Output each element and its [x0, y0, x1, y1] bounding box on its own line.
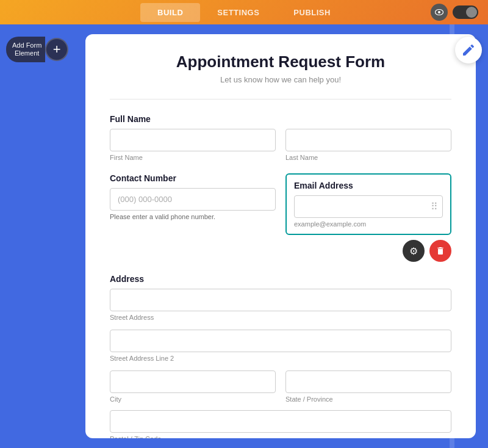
contact-validation-message: Please enter a valid phone number. [110, 213, 215, 220]
city-col: City [110, 370, 276, 403]
street-address-2-sublabel: Street Address Line 2 [110, 355, 174, 362]
city-state-row: City State / Province [110, 370, 451, 403]
email-label: Email Address [294, 181, 443, 190]
contact-number-label: Contact Number [110, 173, 276, 183]
street-address-2-field: Street Address Line 2 [110, 330, 451, 363]
nav-tabs: BUILD SETTINGS PUBLISH [140, 3, 348, 22]
full-name-label: Full Name [110, 114, 451, 124]
state-input[interactable] [285, 370, 451, 393]
email-input-wrapper: ⠿ [294, 195, 443, 218]
first-name-col: First Name [110, 129, 276, 161]
street-address-field: Street Address [110, 289, 451, 322]
address-section: Address Street Address Street Address Li… [110, 274, 451, 438]
right-fab-button[interactable] [455, 37, 482, 63]
form-title: Appointment Request Form [110, 52, 451, 71]
email-address-section: Email Address ⠿ example@example.com ⚙ [285, 173, 451, 262]
first-name-input[interactable] [110, 129, 276, 151]
toggle-switch[interactable] [453, 5, 478, 19]
eye-icon[interactable] [431, 4, 448, 21]
contact-email-row: Contact Number Please enter a valid phon… [110, 173, 451, 262]
add-element-label: Add Form Element [6, 37, 45, 62]
top-navigation: BUILD SETTINGS PUBLISH [0, 0, 488, 24]
postal-code-input[interactable] [110, 410, 451, 433]
full-name-section: Full Name First Name Last Name [110, 114, 451, 161]
tab-settings[interactable]: SETTINGS [200, 3, 276, 22]
state-sublabel: State / Province [285, 396, 451, 403]
last-name-input[interactable] [285, 129, 451, 151]
last-name-sublabel: Last Name [285, 154, 451, 161]
email-sublabel: example@example.com [294, 220, 443, 228]
trash-icon [436, 246, 445, 256]
street-address-input[interactable] [110, 289, 451, 311]
form-subtitle: Let us know how we can help you! [110, 75, 451, 84]
form-container: Appointment Request Form Let us know how… [85, 34, 476, 438]
last-name-col: Last Name [285, 129, 451, 161]
contact-number-section: Contact Number Please enter a valid phon… [110, 173, 276, 222]
email-section-box: Email Address ⠿ example@example.com [285, 173, 451, 235]
postal-code-field: Postal / Zip Code [110, 410, 451, 438]
city-sublabel: City [110, 396, 276, 403]
tab-publish[interactable]: PUBLISH [276, 3, 348, 22]
pencil-icon [461, 43, 476, 57]
settings-button[interactable]: ⚙ [403, 240, 425, 262]
full-name-row: First Name Last Name [110, 129, 451, 161]
add-icon[interactable]: + [45, 38, 68, 61]
street-address-sublabel: Street Address [110, 314, 154, 321]
form-divider [110, 99, 451, 99]
city-input[interactable] [110, 370, 276, 393]
street-address-2-input[interactable] [110, 330, 451, 352]
svg-point-1 [438, 11, 440, 13]
address-label: Address [110, 274, 451, 284]
first-name-sublabel: First Name [110, 154, 276, 161]
nav-right-controls [431, 4, 478, 21]
main-area: Add Form Element + Appointment Request F… [0, 24, 488, 448]
add-element-button[interactable]: Add Form Element + [6, 37, 68, 62]
email-input[interactable] [294, 195, 443, 218]
drag-handle-icon: ⠿ [431, 202, 438, 212]
postal-code-sublabel: Postal / Zip Code [110, 435, 161, 438]
email-action-buttons: ⚙ [285, 240, 451, 262]
delete-button[interactable] [429, 240, 451, 262]
contact-number-input[interactable] [110, 188, 276, 211]
state-col: State / Province [285, 370, 451, 403]
tab-build[interactable]: BUILD [140, 3, 200, 22]
toggle-knob [466, 7, 477, 18]
